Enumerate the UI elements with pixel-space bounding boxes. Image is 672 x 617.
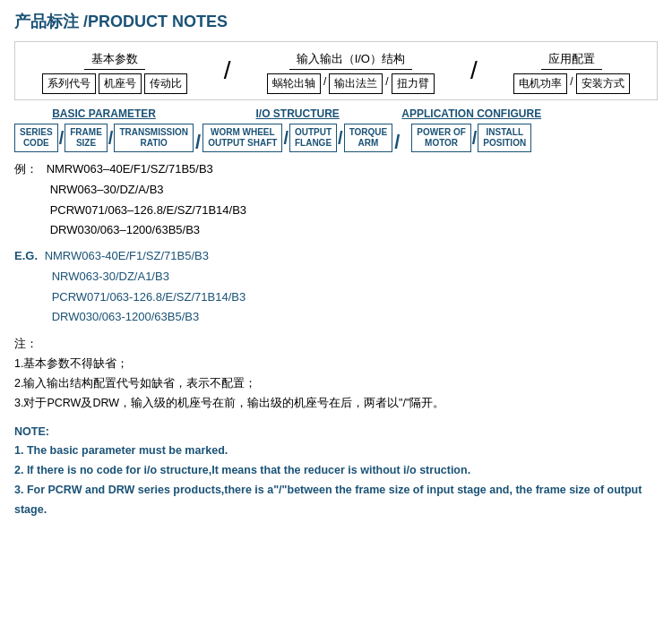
cn-slash-leaf2: / xyxy=(385,73,388,94)
en-section3-label: APPLICATION CONFIGURE xyxy=(401,107,541,120)
cn-branch-basic: 基本参数 系列代号 机座号 传动比 xyxy=(42,51,187,94)
cn-slash-leaf: / xyxy=(323,73,326,94)
en-section1-label: BASIC PARAMETER xyxy=(52,107,156,120)
en-box-power-motor: POWER OFMOTOR xyxy=(411,124,470,152)
examples-en-line4: DRW030/063-1200/63B5/B3 xyxy=(52,310,200,323)
notes-en-section: NOTE: 1. The basic parameter must be mar… xyxy=(14,423,658,520)
en-slash-s3a: / xyxy=(472,129,478,147)
notes-en-item1: 1. The basic parameter must be marked. xyxy=(14,441,658,461)
cn-leaf-8: 安装方式 xyxy=(576,73,630,94)
examples-en-line3: PCRW071/063-126.8/E/SZ/71B14/B3 xyxy=(52,290,246,304)
cn-leaf-3: 传动比 xyxy=(144,73,187,94)
cn-diagram: 基本参数 系列代号 机座号 传动比 / 输入输出（I/O）结构 蜗轮出轴 / 输… xyxy=(14,41,658,100)
cn-leaf-7: 电机功率 xyxy=(513,73,567,94)
cn-branch-io: 输入输出（I/O）结构 蜗轮出轴 / 输出法兰 / 扭力臂 xyxy=(267,51,435,94)
en-section2-boxes: WORM WHEELOUTPUT SHAFT / OUTPUTFLANGE / … xyxy=(202,124,392,152)
examples-cn-line1: NMRW063–40E/F1/SZ/71B5/B3 xyxy=(47,162,213,176)
en-diagram: BASIC PARAMETER SERIESCODE / FRAMESIZE /… xyxy=(14,107,658,152)
en-section1-boxes: SERIESCODE / FRAMESIZE / TRANSMISSIONRAT… xyxy=(14,124,194,152)
en-section-io: I/O STRUCTURE WORM WHEELOUTPUT SHAFT / O… xyxy=(202,107,392,152)
notes-en-title: NOTE: xyxy=(14,423,658,442)
en-section-app: APPLICATION CONFIGURE POWER OFMOTOR / IN… xyxy=(401,107,541,152)
examples-cn-line3: PCRW071/063–126.8/E/SZ/71B14/B3 xyxy=(50,203,246,217)
notes-cn-item2: 2.输入输出结构配置代号如缺省，表示不配置； xyxy=(14,374,658,394)
en-section-basic: BASIC PARAMETER SERIESCODE / FRAMESIZE /… xyxy=(14,107,194,152)
cn-leaves-io: 蜗轮出轴 / 输出法兰 / 扭力臂 xyxy=(267,73,435,94)
cn-leaf-4: 蜗轮出轴 xyxy=(267,73,321,94)
en-slash-s1a: / xyxy=(59,129,65,147)
en-section2-label: I/O STRUCTURE xyxy=(256,107,340,120)
en-box-torque-arm: TORQUEARM xyxy=(344,124,393,152)
cn-branch-label-app: 应用配置 xyxy=(541,51,602,70)
examples-en-label: E.G. xyxy=(14,249,38,262)
notes-cn-item1: 1.基本参数不得缺省； xyxy=(14,355,658,374)
examples-cn-label: 例： xyxy=(14,162,38,176)
en-slash-s2b: / xyxy=(338,129,343,147)
page-title: 产品标注 /PRODUCT NOTES xyxy=(14,11,658,32)
cn-leaves-basic: 系列代号 机座号 传动比 xyxy=(42,73,187,94)
en-slash-between-2-3: / xyxy=(394,133,400,152)
en-slash-s2a: / xyxy=(283,129,289,147)
cn-slash-leaf3: / xyxy=(570,73,573,94)
cn-slash-2: / xyxy=(470,58,478,83)
examples-cn-line2: NRW063–30/DZ/A/B3 xyxy=(50,183,164,196)
en-slash-s1b: / xyxy=(108,129,114,147)
notes-cn-title: 注： xyxy=(14,335,658,355)
cn-branch-label-basic: 基本参数 xyxy=(84,51,145,70)
en-slash-between-1-2: / xyxy=(195,133,201,152)
en-box-frame-size: FRAMESIZE xyxy=(65,124,108,152)
en-box-series-code: SERIESCODE xyxy=(14,124,58,152)
examples-en-line1: NMRW063-40E/F1/SZ/71B5/B3 xyxy=(45,249,209,262)
cn-branch-label-io: 输入输出（I/O）结构 xyxy=(289,51,412,70)
notes-en-item3: 3. For PCRW and DRW series products,ther… xyxy=(14,481,658,520)
cn-tree: 基本参数 系列代号 机座号 传动比 / 输入输出（I/O）结构 蜗轮出轴 / 输… xyxy=(24,51,648,94)
en-box-trans-ratio: TRANSMISSIONRATIO xyxy=(114,124,194,152)
examples-en-line2: NRW063-30/DZ/A1/B3 xyxy=(52,270,169,283)
examples-en-section: E.G. NMRW063-40E/F1/SZ/71B5/B3 NRW063-30… xyxy=(14,246,658,328)
cn-leaves-app: 电机功率 / 安装方式 xyxy=(513,73,629,94)
notes-en-item2: 2. If there is no code for i/o structure… xyxy=(14,461,658,481)
en-box-worm-wheel: WORM WHEELOUTPUT SHAFT xyxy=(202,124,282,152)
en-box-output-flange: OUTPUTFLANGE xyxy=(289,124,337,152)
cn-leaf-2: 机座号 xyxy=(99,73,142,94)
en-section3-boxes: POWER OFMOTOR / INSTALLPOSITION xyxy=(411,124,531,152)
examples-cn-line4: DRW030/063–1200/63B5/B3 xyxy=(50,223,200,236)
cn-branch-app: 应用配置 电机功率 / 安装方式 xyxy=(513,51,629,94)
examples-cn-section: 例： NMRW063–40E/F1/SZ/71B5/B3 NRW063–30/D… xyxy=(14,159,658,241)
cn-leaf-5: 输出法兰 xyxy=(329,73,383,94)
cn-leaf-1: 系列代号 xyxy=(42,73,96,94)
notes-cn-item3: 3.对于PCRW及DRW，输入级的机座号在前，输出级的机座号在后，两者以"/"隔… xyxy=(14,394,658,414)
cn-slash-1: / xyxy=(224,58,231,83)
en-section-row: BASIC PARAMETER SERIESCODE / FRAMESIZE /… xyxy=(14,107,658,152)
cn-leaf-6: 扭力臂 xyxy=(392,73,435,94)
notes-cn-section: 注： 1.基本参数不得缺省； 2.输入输出结构配置代号如缺省，表示不配置； 3.… xyxy=(14,335,658,414)
en-box-install-pos: INSTALLPOSITION xyxy=(478,124,531,152)
